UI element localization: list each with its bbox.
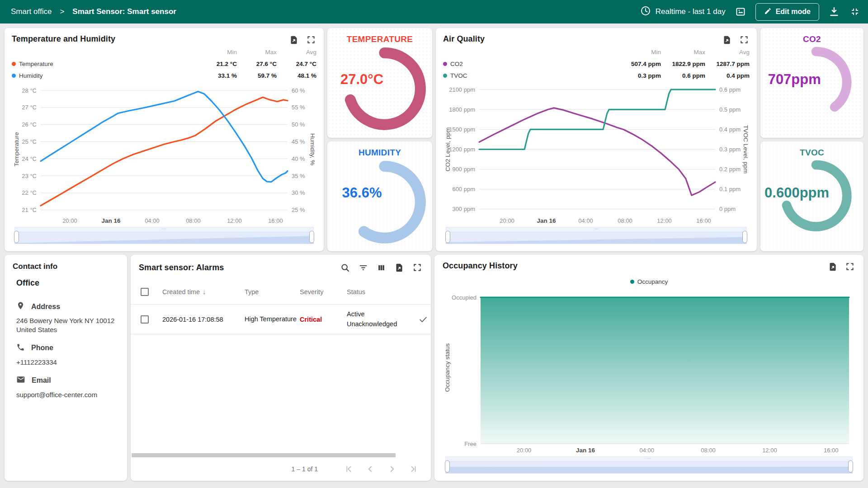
occupancy-dot	[630, 280, 634, 284]
fullscreen-icon[interactable]	[739, 34, 750, 45]
horizontal-scrollbar[interactable]	[132, 453, 396, 457]
last-page-button[interactable]	[405, 460, 423, 478]
gauge-title: TVOC	[760, 148, 863, 158]
time-navigator[interactable]	[14, 227, 314, 244]
occupancy-chart: OccupiedFree20:00Jan 1604:0008:0012:0016…	[443, 287, 855, 455]
humidity-gauge-arc	[327, 157, 432, 251]
acknowledge-button[interactable]	[418, 314, 433, 324]
export-icon[interactable]	[827, 261, 838, 272]
svg-text:600 ppm: 600 ppm	[452, 186, 475, 192]
svg-text:Free: Free	[464, 441, 476, 447]
alarm-created-time: 2026-01-16 17:08:58	[162, 316, 245, 323]
contact-entity: Office	[16, 278, 119, 288]
gauge-title: HUMIDITY	[327, 148, 432, 158]
edit-mode-button[interactable]: Edit mode	[755, 3, 819, 21]
svg-text:0.5 ppm: 0.5 ppm	[719, 106, 741, 113]
temperature-gauge-card: TEMPERATURE 27.0°C	[327, 28, 432, 138]
svg-text:1200 ppm: 1200 ppm	[449, 146, 475, 153]
navigator-left-handle[interactable]	[445, 460, 450, 473]
row-checkbox[interactable]	[141, 315, 149, 324]
svg-text:0.1 ppm: 0.1 ppm	[719, 186, 741, 192]
top-bar: Smart office > Smart Sensor: Smart senso…	[0, 0, 868, 23]
svg-text:300 ppm: 300 ppm	[452, 206, 475, 212]
export-icon[interactable]	[288, 34, 299, 45]
humidity-gauge-value: 36.6%	[331, 185, 392, 201]
svg-text:12:00: 12:00	[657, 217, 672, 224]
co2-gauge-value: 707ppm	[764, 71, 824, 88]
fullscreen-icon[interactable]	[844, 261, 855, 272]
alarm-row[interactable]: 2026-01-16 17:08:58 High Temperature Cri…	[131, 305, 431, 334]
alarm-severity: Critical	[300, 316, 347, 323]
next-page-button[interactable]	[383, 460, 401, 478]
occupancy-legend[interactable]: Occupancy	[443, 278, 855, 285]
phone-value: +1112223334	[16, 358, 119, 367]
svg-text:Humidity, %: Humidity, %	[309, 133, 316, 165]
time-navigator[interactable]	[446, 227, 747, 244]
navigator-left-handle[interactable]	[14, 231, 19, 243]
download-icon[interactable]	[828, 6, 840, 18]
svg-text:28 °C: 28 °C	[22, 87, 37, 94]
svg-text:1800 ppm: 1800 ppm	[449, 106, 475, 113]
navigator-right-handle[interactable]	[309, 231, 314, 243]
svg-text:20:00: 20:00	[517, 447, 532, 454]
svg-text:21 °C: 21 °C	[22, 206, 37, 213]
exit-fullscreen-icon[interactable]	[849, 6, 861, 18]
sort-descending-icon: ↓	[203, 288, 206, 296]
svg-text:16:00: 16:00	[824, 447, 839, 454]
clock-icon	[640, 5, 651, 19]
export-icon[interactable]	[394, 262, 405, 273]
temp-humidity-chart: 28 °C27 °C26 °C25 °C24 °C23 °C22 °C21 °C…	[12, 80, 316, 225]
temperature-gauge-arc	[327, 43, 432, 138]
svg-text:55 %: 55 %	[292, 104, 305, 111]
fullscreen-icon[interactable]	[306, 34, 316, 45]
gauge-title: CO2	[760, 34, 863, 44]
svg-text:Occupied: Occupied	[452, 294, 476, 301]
fullscreen-icon[interactable]	[412, 262, 423, 273]
temp-humidity-card: Temperature and Humidity Min Max Avg	[5, 28, 324, 251]
legend-temperature[interactable]: Temperature	[12, 61, 201, 67]
sort-created-time[interactable]: Created time ↓	[162, 288, 245, 296]
svg-text:27 °C: 27 °C	[22, 104, 37, 111]
navigator-right-handle[interactable]	[848, 460, 853, 473]
svg-text:40 %: 40 %	[292, 155, 305, 162]
first-page-button[interactable]	[340, 460, 358, 478]
address-label: Address	[31, 303, 60, 311]
phone-label: Phone	[31, 344, 53, 352]
breadcrumb-current: Smart Sensor: Smart sensor	[72, 7, 176, 16]
column-type: Type	[245, 288, 300, 296]
column-severity: Severity	[300, 288, 347, 296]
svg-text:Occupancy status: Occupancy status	[444, 343, 451, 392]
svg-text:0.4 ppm: 0.4 ppm	[719, 126, 741, 133]
svg-text:TVOC Level, ppm: TVOC Level, ppm	[742, 125, 749, 174]
air-quality-card: Air Quality Min Max Avg CO2	[436, 28, 757, 251]
time-navigator[interactable]	[445, 456, 853, 474]
tvoc-gauge-card: TVOC 0.600ppm	[760, 141, 863, 251]
screenshot-icon[interactable]	[735, 6, 746, 18]
svg-text:CO2 Level, ppm: CO2 Level, ppm	[444, 127, 451, 172]
navigator-right-handle[interactable]	[742, 231, 747, 243]
export-icon[interactable]	[722, 34, 732, 45]
svg-text:0.2 ppm: 0.2 ppm	[719, 166, 741, 173]
temperature-gauge-value: 27.0°C	[331, 71, 392, 88]
breadcrumb-root[interactable]: Smart office	[11, 7, 52, 16]
svg-text:1500 ppm: 1500 ppm	[449, 126, 475, 133]
svg-text:20:00: 20:00	[500, 217, 514, 224]
svg-text:12:00: 12:00	[227, 217, 242, 224]
filter-icon[interactable]	[358, 262, 368, 273]
legend-tvoc[interactable]: TVOC	[443, 72, 619, 79]
columns-icon[interactable]	[376, 262, 387, 273]
svg-text:0 ppm: 0 ppm	[719, 206, 736, 212]
legend-humidity[interactable]: Humidity	[12, 72, 201, 79]
legend-co2[interactable]: CO2	[443, 61, 619, 67]
svg-text:04:00: 04:00	[640, 447, 655, 454]
svg-text:Jan 16: Jan 16	[576, 447, 595, 454]
tvoc-gauge-value: 0.600ppm	[764, 185, 824, 201]
previous-page-button[interactable]	[361, 460, 379, 478]
select-all-checkbox[interactable]	[141, 288, 149, 296]
svg-text:50 %: 50 %	[292, 121, 305, 128]
search-icon[interactable]	[340, 262, 350, 273]
svg-text:Jan 16: Jan 16	[101, 217, 121, 224]
navigator-left-handle[interactable]	[445, 231, 450, 243]
svg-text:35 %: 35 %	[292, 173, 305, 179]
time-range-button[interactable]: Realtime - last 1 day	[640, 5, 726, 19]
